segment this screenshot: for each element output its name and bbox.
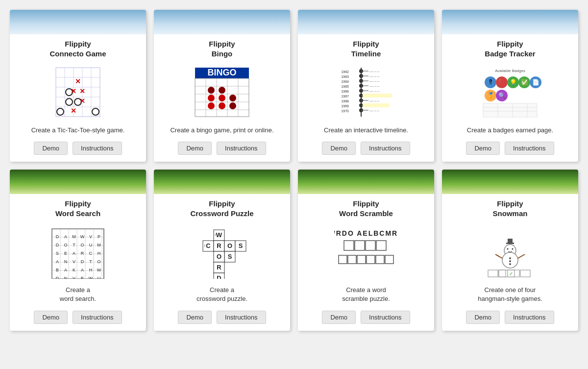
- svg-text:── ─ ─: ── ─ ─: [369, 75, 380, 78]
- svg-rect-185: [357, 255, 366, 264]
- svg-text:🚫: 🚫: [498, 78, 506, 86]
- svg-text:── ─ ─: ── ─ ─: [369, 109, 380, 112]
- card-desc-crossword: Create acrossword puzzle.: [196, 286, 247, 303]
- card-header-crossword: [154, 170, 290, 194]
- svg-point-43: [208, 102, 215, 109]
- svg-text:✓: ✓: [509, 271, 513, 276]
- card-image-crossword: W C R O S S O R D 2 1: [190, 225, 254, 279]
- instructions-button-snowman[interactable]: Instructions: [505, 311, 554, 324]
- demo-button-timeline[interactable]: Demo: [322, 142, 356, 155]
- svg-text:✕: ✕: [71, 87, 76, 95]
- instructions-button-connecto[interactable]: Instructions: [73, 142, 122, 155]
- card-title-connecto: FlippityConnecto Game: [49, 39, 106, 58]
- svg-rect-180: [355, 241, 365, 250]
- svg-rect-187: [376, 255, 384, 264]
- card-header-snowman: [442, 170, 578, 194]
- svg-text:A: A: [56, 259, 59, 264]
- svg-point-42: [229, 95, 236, 101]
- card-scramble: FlippityWord Scramble WRDO AELBCMRS Crea…: [298, 170, 434, 330]
- svg-text:T: T: [89, 259, 92, 264]
- card-title-snowman: FlippitySnowman: [493, 199, 528, 218]
- card-title-badge: FlippityBadge Tracker: [485, 39, 535, 58]
- svg-text:W: W: [216, 231, 222, 239]
- svg-text:── ─ ─: ── ─ ─: [369, 90, 380, 93]
- svg-text:R: R: [217, 242, 221, 249]
- svg-text:D: D: [217, 274, 221, 279]
- svg-text:K: K: [73, 268, 75, 272]
- svg-point-39: [219, 87, 225, 94]
- svg-text:N: N: [64, 276, 68, 279]
- svg-text:M: M: [72, 234, 76, 239]
- demo-button-snowman[interactable]: Demo: [466, 311, 500, 324]
- card-title-scramble: FlippityWord Scramble: [339, 199, 393, 218]
- instructions-button-badge[interactable]: Instructions: [505, 142, 554, 155]
- svg-text:A: A: [81, 268, 84, 272]
- card-badge: FlippityBadge Tracker Available Badges 🎖…: [442, 10, 578, 162]
- instructions-button-wordsearch[interactable]: Instructions: [73, 311, 122, 324]
- svg-rect-183: [339, 255, 347, 264]
- svg-point-45: [229, 102, 236, 109]
- svg-text:S: S: [228, 253, 232, 260]
- card-image-scramble: WRDO AELBCMRS: [334, 225, 398, 279]
- svg-point-197: [509, 257, 511, 259]
- svg-rect-84: [363, 103, 390, 107]
- demo-button-badge[interactable]: Demo: [466, 142, 500, 155]
- card-timeline: FlippityTimeline 1962 ── ─ ─ 1963 ── ─ ─…: [298, 10, 434, 162]
- svg-text:O: O: [227, 242, 232, 249]
- demo-button-bingo[interactable]: Demo: [178, 142, 212, 155]
- svg-text:B: B: [56, 268, 59, 272]
- card-crossword: FlippityCrossword Puzzle W C R O S S O R…: [154, 170, 290, 330]
- svg-text:N: N: [64, 259, 68, 264]
- svg-rect-204: [499, 270, 506, 277]
- svg-text:U: U: [89, 243, 93, 247]
- demo-button-scramble[interactable]: Demo: [322, 311, 356, 324]
- svg-rect-188: [385, 255, 393, 264]
- instructions-button-bingo[interactable]: Instructions: [217, 142, 266, 155]
- svg-rect-179: [344, 241, 354, 250]
- card-image-badge: Available Badges 🎖 🚫 💡 ✅ 📄 🏅 🔍: [478, 65, 542, 119]
- svg-text:Available Badges: Available Badges: [495, 69, 525, 73]
- card-buttons-wordsearch: Demo Instructions: [34, 311, 122, 324]
- svg-text:✕: ✕: [79, 97, 85, 105]
- demo-button-crossword[interactable]: Demo: [178, 311, 212, 324]
- instructions-button-crossword[interactable]: Instructions: [217, 311, 266, 324]
- svg-text:D: D: [56, 276, 59, 279]
- card-buttons-scramble: Demo Instructions: [322, 311, 410, 324]
- demo-button-connecto[interactable]: Demo: [34, 142, 68, 155]
- card-title-bingo: FlippityBingo: [209, 39, 235, 58]
- card-title-timeline: FlippityTimeline: [351, 39, 381, 58]
- svg-rect-181: [366, 241, 375, 250]
- card-header-connecto: [10, 10, 146, 34]
- svg-text:M: M: [97, 243, 101, 247]
- demo-button-wordsearch[interactable]: Demo: [34, 311, 68, 324]
- svg-point-191: [507, 248, 509, 250]
- card-image-snowman: ✓: [478, 225, 542, 279]
- card-buttons-bingo: Demo Instructions: [178, 142, 266, 155]
- svg-text:1964: 1964: [341, 80, 349, 83]
- instructions-button-timeline[interactable]: Instructions: [361, 142, 410, 155]
- card-desc-wordsearch: Create aword search.: [60, 286, 96, 303]
- svg-text:C: C: [89, 251, 93, 256]
- svg-text:🔍: 🔍: [498, 92, 506, 99]
- svg-text:W: W: [80, 234, 85, 239]
- svg-point-41: [219, 95, 225, 101]
- card-desc-snowman: Create one of fourhangman-style games.: [478, 286, 542, 303]
- svg-text:✅: ✅: [521, 78, 528, 86]
- card-image-timeline: 1962 ── ─ ─ 1963 ── ─ ─ 1964 ── ─ ─ 1965…: [334, 65, 398, 119]
- svg-text:W: W: [97, 268, 101, 272]
- card-desc-connecto: Create a Tic-Tac-Toe-style game.: [31, 126, 125, 135]
- svg-text:T: T: [73, 243, 75, 247]
- card-wordsearch: FlippityWord Search DAMWVPDOTOUMSEARCHAN…: [10, 170, 146, 330]
- svg-text:── ─ ─: ── ─ ─: [369, 99, 380, 102]
- svg-text:V: V: [89, 234, 92, 239]
- svg-text:WRDO AELBCMRS: WRDO AELBCMRS: [334, 229, 398, 237]
- svg-text:P: P: [98, 234, 100, 239]
- svg-text:BINGO: BINGO: [207, 68, 236, 77]
- card-buttons-snowman: Demo Instructions: [466, 311, 554, 324]
- svg-text:A: A: [64, 268, 67, 272]
- svg-text:── ─ ─: ── ─ ─: [369, 70, 380, 73]
- instructions-button-scramble[interactable]: Instructions: [361, 311, 410, 324]
- svg-rect-83: [363, 94, 392, 98]
- svg-text:E: E: [64, 251, 67, 256]
- card-header-badge: [442, 10, 578, 34]
